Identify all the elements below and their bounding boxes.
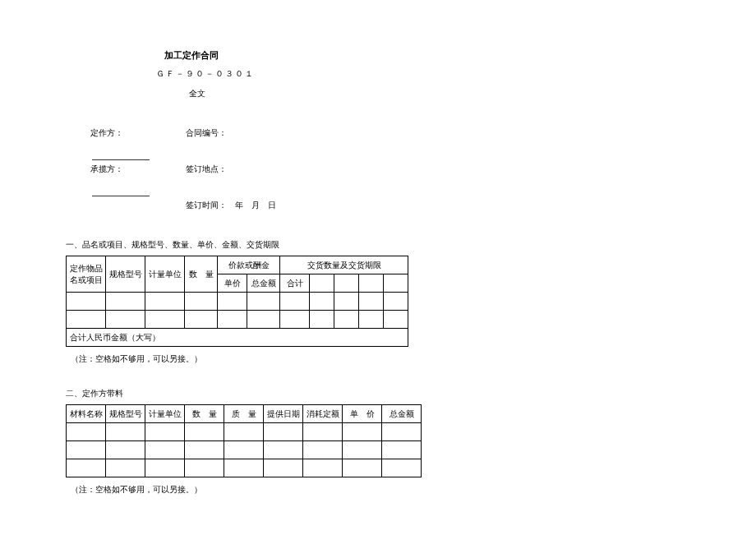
t1-col2: 规格型号 — [106, 256, 145, 293]
table-row — [67, 441, 422, 459]
contract-no-label: 合同编号： — [186, 124, 227, 160]
t1-del4 — [384, 274, 408, 293]
t1-col3: 计量单位 — [145, 256, 185, 293]
t2-col1: 材料名称 — [67, 405, 106, 423]
t1-del3 — [359, 274, 384, 293]
t1-sum-row: 合计人民币金额（大写） — [67, 329, 408, 347]
t1-col7: 合计 — [280, 274, 310, 293]
parties-block: 定作方： 合同编号： 承揽方： 签订地点： 签订时间： 年 月 日 — [90, 124, 690, 214]
t2-col3: 计量单位 — [145, 405, 185, 423]
table-2: 材料名称 规格型号 计量单位 数 量 质 量 提供日期 消耗定额 单 价 总金额 — [66, 404, 422, 477]
time-label: 签订时间： — [186, 201, 227, 210]
t2-col8: 单 价 — [343, 405, 382, 423]
t2-col6: 提供日期 — [264, 405, 303, 423]
document-code: ＧＦ－９０－０３０１ — [156, 68, 690, 80]
contractor-label: 承揽方： — [90, 164, 123, 173]
section1-title: 一、品名或项目、规格型号、数量、单价、金额、交货期限 — [66, 239, 690, 251]
t1-col4: 数 量 — [185, 256, 218, 293]
table-row — [67, 423, 422, 441]
t1-del2 — [334, 274, 359, 293]
t1-col1: 定作物品名或项目 — [67, 256, 106, 293]
t1-del1 — [310, 274, 334, 293]
t2-col5: 质 量 — [224, 405, 264, 423]
t1-col5: 单价 — [218, 274, 247, 293]
place-label: 签订地点： — [186, 160, 227, 196]
t1-group2: 交货数量及交货期限 — [280, 256, 408, 274]
t2-col2: 规格型号 — [106, 405, 145, 423]
table-row — [67, 459, 422, 477]
t2-col4: 数 量 — [185, 405, 224, 423]
document-title: 加工定作合同 — [164, 49, 690, 62]
time-value: 年 月 日 — [235, 201, 276, 210]
fulltext-label: 全文 — [189, 88, 690, 99]
t2-col9: 总金额 — [382, 405, 422, 423]
table-1: 定作物品名或项目 规格型号 计量单位 数 量 价款或酬金 交货数量及交货期限 单… — [66, 256, 408, 347]
section1-note: （注：空格如不够用，可以另接。） — [71, 353, 690, 365]
table-row — [67, 311, 408, 329]
section2-title: 二、定作方带料 — [66, 388, 690, 399]
t2-col7: 消耗定额 — [303, 405, 343, 423]
table-row: 合计人民币金额（大写） — [67, 329, 408, 347]
table-row — [67, 293, 408, 311]
orderer-label: 定作方： — [90, 128, 123, 137]
section2-note: （注：空格如不够用，可以另接。） — [71, 484, 690, 496]
t1-group1: 价款或酬金 — [218, 256, 280, 274]
t1-col6: 总金额 — [247, 274, 280, 293]
